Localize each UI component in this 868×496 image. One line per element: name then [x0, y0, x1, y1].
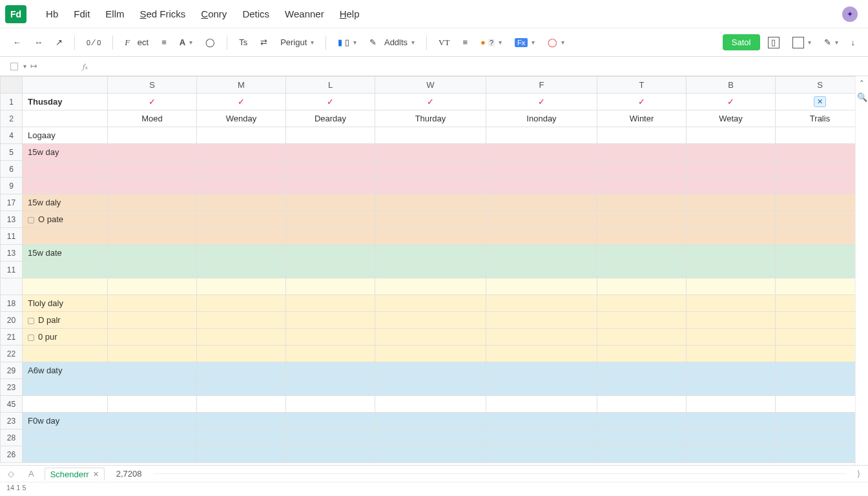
col-header[interactable]: B	[687, 77, 776, 94]
cell[interactable]	[597, 278, 687, 295]
close-icon[interactable]: ✕	[93, 470, 99, 479]
cell[interactable]	[776, 278, 865, 295]
cell[interactable]	[375, 127, 486, 144]
cell[interactable]: Logaay	[23, 127, 108, 144]
cell[interactable]	[776, 194, 865, 211]
cell[interactable]	[375, 446, 486, 463]
cell[interactable]	[375, 429, 486, 446]
select-all-corner[interactable]	[1, 77, 23, 94]
cell[interactable]	[108, 362, 197, 379]
person-button[interactable]: ●?▾	[475, 35, 507, 50]
cell[interactable]	[197, 413, 286, 429]
share-button[interactable]: Satol	[723, 34, 760, 50]
cell[interactable]: A6w daty	[23, 362, 108, 379]
cell[interactable]	[486, 194, 597, 211]
cell[interactable]	[687, 144, 776, 161]
fx-icon[interactable]: 𝑓ₓ	[83, 62, 88, 71]
cell[interactable]	[486, 211, 597, 228]
row-header[interactable]	[1, 278, 23, 295]
name-box[interactable]: ▾ ↦	[6, 60, 78, 72]
text-color-button[interactable]: A▾	[174, 35, 198, 50]
cell[interactable]	[375, 245, 486, 262]
cell[interactable]	[776, 429, 865, 446]
cell[interactable]	[286, 127, 375, 144]
cell[interactable]	[108, 245, 197, 262]
row-header[interactable]: 28	[1, 429, 23, 446]
cell[interactable]	[108, 228, 197, 245]
cell[interactable]: ✓	[486, 94, 597, 110]
menu-fdit[interactable]: Fdit	[66, 6, 98, 22]
cell[interactable]	[687, 346, 776, 362]
cell[interactable]	[486, 295, 597, 312]
cell[interactable]	[776, 144, 865, 161]
cell[interactable]	[687, 379, 776, 396]
row-header[interactable]: 5	[1, 144, 23, 161]
cell[interactable]	[597, 228, 687, 245]
cell[interactable]	[108, 329, 197, 346]
row-header[interactable]: 22	[1, 346, 23, 362]
indent-button[interactable]: ≡	[457, 35, 473, 50]
pen-button[interactable]: ✎▾	[819, 35, 843, 50]
cell[interactable]	[375, 228, 486, 245]
cell[interactable]	[687, 278, 776, 295]
cell[interactable]	[108, 312, 197, 329]
cell[interactable]	[286, 295, 375, 312]
cell[interactable]	[23, 446, 108, 463]
cell[interactable]	[286, 446, 375, 463]
cell[interactable]	[108, 413, 197, 429]
cell[interactable]	[597, 312, 687, 329]
cell[interactable]	[486, 144, 597, 161]
cell[interactable]	[486, 278, 597, 295]
cell[interactable]	[776, 127, 865, 144]
cell[interactable]: Tralis	[776, 110, 865, 127]
cell[interactable]	[23, 278, 108, 295]
cell[interactable]	[486, 379, 597, 396]
cell[interactable]: Inonday	[486, 110, 597, 127]
cell[interactable]	[23, 346, 108, 362]
row-header[interactable]: 21	[1, 329, 23, 346]
cell[interactable]	[687, 245, 776, 262]
cell[interactable]	[23, 161, 108, 178]
cell[interactable]: ✓	[597, 94, 687, 110]
cell[interactable]	[23, 178, 108, 194]
cell[interactable]	[486, 127, 597, 144]
cell[interactable]	[687, 228, 776, 245]
cell[interactable]	[375, 211, 486, 228]
cell[interactable]	[108, 127, 197, 144]
cell[interactable]	[108, 346, 197, 362]
down-button[interactable]: ↓	[846, 35, 861, 50]
col-header[interactable]: M	[197, 77, 286, 94]
cell[interactable]	[197, 144, 286, 161]
cell[interactable]	[776, 346, 865, 362]
cell[interactable]	[687, 194, 776, 211]
cell[interactable]: 15w daly	[23, 194, 108, 211]
chart-button[interactable]: ▮▯▾	[333, 35, 362, 50]
spreadsheet-grid[interactable]: SMLWFTBS 1Thusday✓✓✓✓✓✓✓✕2MoedWendayDear…	[0, 76, 865, 463]
cell[interactable]	[486, 429, 597, 446]
cell[interactable]	[687, 161, 776, 178]
layout-button[interactable]: ▯	[763, 34, 785, 51]
cell[interactable]	[776, 245, 865, 262]
cell[interactable]: 15w date	[23, 245, 108, 262]
cell[interactable]	[486, 329, 597, 346]
cell[interactable]	[197, 211, 286, 228]
cell[interactable]	[597, 429, 687, 446]
font-button[interactable]: F ect	[119, 35, 154, 50]
menu-sed fricks[interactable]: Sed Fricks	[132, 6, 193, 22]
fx-toggle[interactable]: Fx▾	[510, 36, 540, 50]
cell[interactable]	[23, 379, 108, 396]
cell[interactable]	[108, 396, 197, 413]
search-icon[interactable]: 🔍	[857, 92, 867, 102]
cell[interactable]	[597, 144, 687, 161]
cell[interactable]: 15w day	[23, 144, 108, 161]
pergut-dropdown[interactable]: Perigut▾	[275, 35, 319, 50]
cell[interactable]	[108, 194, 197, 211]
row-header[interactable]: 2	[1, 110, 23, 127]
cell[interactable]	[286, 194, 375, 211]
cell[interactable]	[776, 295, 865, 312]
cell[interactable]	[687, 211, 776, 228]
cell[interactable]	[286, 178, 375, 194]
cell[interactable]: O pate	[23, 211, 108, 228]
cell[interactable]	[197, 429, 286, 446]
cell[interactable]	[286, 312, 375, 329]
